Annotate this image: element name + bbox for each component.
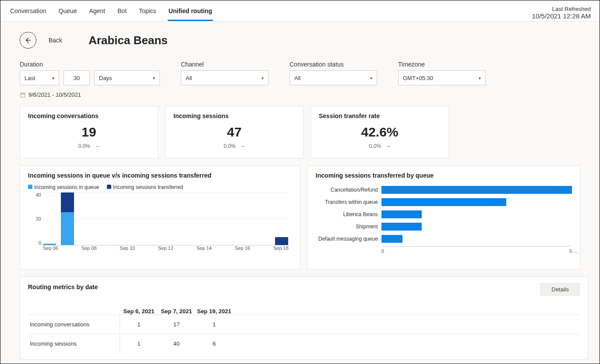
chevron-down-icon: ▾ <box>52 76 54 80</box>
table-cell: 17 <box>158 321 195 328</box>
x-tick: Sep 08 <box>81 245 97 253</box>
back-button[interactable] <box>20 32 36 49</box>
legend-item: Incoming sessions transferred <box>107 184 183 190</box>
kpi-card: Session transfer rate42.6%0.0% -- <box>311 106 449 158</box>
bar-column <box>43 244 56 245</box>
kpi-value: 19 <box>28 125 150 140</box>
table-cell: 40 <box>158 340 195 347</box>
kpi-card: Incoming sessions470.0% -- <box>165 106 304 158</box>
hbar-row: Default messaging queue <box>381 233 572 245</box>
tab-conversation[interactable]: Conversation <box>9 6 47 21</box>
duration-value: 30 <box>74 75 80 81</box>
x-tick: Sep 12 <box>158 245 173 253</box>
tab-topics[interactable]: Topics <box>138 6 157 21</box>
table-cell: 6 <box>195 340 233 347</box>
tab-agent[interactable]: Agent <box>88 6 106 21</box>
hbar-row: Cancellation/Refund <box>381 184 572 196</box>
timezone-value: GMT+05:30 <box>403 75 433 81</box>
chevron-down-icon: ▾ <box>153 76 155 80</box>
table-header: Sep 6, 2021 <box>120 308 158 315</box>
kpi-value: 42.6% <box>319 125 441 140</box>
bar-column <box>275 237 288 245</box>
svg-rect-0 <box>21 93 25 97</box>
table-row: Incoming conversations1171 <box>28 315 580 334</box>
table-cell: 1 <box>120 321 158 328</box>
hbar-label: Cancellation/Refund <box>312 187 378 193</box>
kpi-value: 47 <box>173 125 295 140</box>
table-header: Sep 7, 2021 <box>158 308 195 315</box>
x-tick: Sep 14 <box>197 245 212 253</box>
chevron-down-icon: ▾ <box>370 76 372 80</box>
last-refreshed-label: Last Refreshed <box>532 6 591 12</box>
kpi-delta: 0.0% -- <box>173 143 295 149</box>
status-label: Conversation status <box>289 61 377 68</box>
calendar-icon <box>20 92 26 98</box>
tab-unified-routing[interactable]: Unified routing <box>168 6 213 21</box>
last-refreshed-time: 10/5/2021 12:28 AM <box>532 12 591 20</box>
x-tick: Sep 18 <box>273 245 289 253</box>
hbar-row: Transfers within queue <box>381 196 572 208</box>
duration-mode-select[interactable]: Last▾ <box>20 70 59 85</box>
metrics-title: Routing metrics by date <box>28 284 98 290</box>
y-tick: 0 <box>39 240 41 245</box>
legend-item: Incoming sessions in queue <box>28 184 99 190</box>
kpi-delta: 0.0% -- <box>319 143 441 149</box>
x-tick: 5 <box>569 248 572 254</box>
status-select[interactable]: All▾ <box>289 70 377 85</box>
channel-value: All <box>186 75 192 81</box>
table-cell: 1 <box>120 340 158 347</box>
bar-column <box>61 192 74 245</box>
ellipsis-icon: … <box>573 248 578 254</box>
duration-mode-value: Last <box>25 75 35 81</box>
table-header: Sep 19, 2021 <box>195 308 233 315</box>
hbar-label: Default messaging queue <box>312 236 378 242</box>
chevron-down-icon: ▾ <box>479 76 481 80</box>
kpi-title: Incoming conversations <box>28 112 150 119</box>
chevron-down-icon: ▾ <box>261 76 264 80</box>
y-tick: 40 <box>36 192 41 197</box>
kpi-title: Incoming sessions <box>173 112 295 119</box>
channel-label: Channel <box>181 61 268 68</box>
hbar-label: Liberica Beans <box>312 211 378 217</box>
tab-bot[interactable]: Bot <box>116 6 127 21</box>
x-tick: 0 <box>381 248 384 254</box>
hbar-label: Transfers within queue <box>312 199 378 205</box>
x-tick: Sep 06 <box>43 245 58 253</box>
table-row: Incoming sessions1406 <box>28 334 580 353</box>
stacked-chart-title: Incoming sessions in queue v/s incoming … <box>28 172 292 179</box>
page-title: Arabica Beans <box>88 34 168 47</box>
date-range-text: 9/6/2021 - 10/5/2021 <box>28 91 81 98</box>
channel-select[interactable]: All▾ <box>181 70 268 85</box>
kpi-card: Incoming conversations190.0% -- <box>20 106 158 158</box>
status-value: All <box>294 75 300 81</box>
row-label: Incoming sessions <box>28 334 120 353</box>
row-label: Incoming conversations <box>28 315 120 334</box>
hbar-label: Shipment <box>312 224 378 230</box>
duration-label: Duration <box>20 61 160 68</box>
details-button[interactable]: Details <box>540 283 580 296</box>
y-tick: 20 <box>36 216 41 221</box>
x-tick: Sep 16 <box>235 245 250 253</box>
kpi-title: Session transfer rate <box>319 112 441 119</box>
hbar-row: Shipment <box>381 221 572 232</box>
duration-unit-select[interactable]: Days▾ <box>94 70 160 85</box>
timezone-select[interactable]: GMT+05:30▾ <box>398 70 486 85</box>
table-cell: 1 <box>195 321 233 328</box>
kpi-delta: 0.0% -- <box>28 143 150 149</box>
back-arrow-icon <box>24 36 32 44</box>
hbar-chart-title: Incoming sessions transferred by queue <box>316 172 572 179</box>
x-tick: Sep 10 <box>120 245 135 253</box>
back-label[interactable]: Back <box>49 37 62 44</box>
duration-value-input[interactable]: 30 <box>64 70 90 85</box>
tab-queue[interactable]: Queue <box>58 6 78 21</box>
duration-unit-value: Days <box>99 75 112 81</box>
timezone-label: Timezone <box>398 61 486 68</box>
hbar-row: Liberica Beans <box>381 209 572 220</box>
